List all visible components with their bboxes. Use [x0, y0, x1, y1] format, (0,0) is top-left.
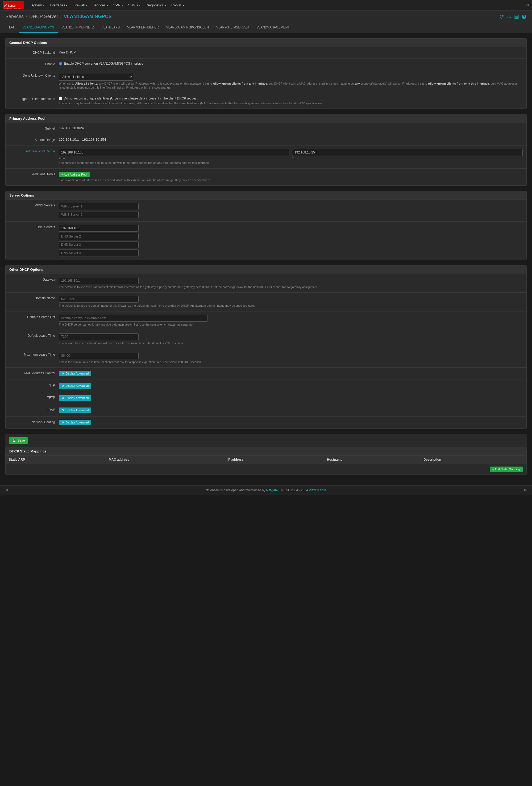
tab-vlan40fernseher[interactable]: VLAN40FERNSEHER: [123, 23, 163, 33]
domain-search-input[interactable]: [59, 315, 208, 322]
footer-left-icon: ⊡: [5, 488, 8, 492]
label-wins: WINS Servers: [6, 202, 59, 209]
content-network-boot: ⚙ Display Advanced: [59, 419, 526, 426]
col-hostname: Hostname: [324, 456, 420, 464]
nav-menu: System ▾ Interfaces ▾ Firewall ▾ Service…: [28, 0, 526, 10]
chart-icon[interactable]: [506, 14, 512, 19]
static-mappings-table-container: Static ARP MAC address IP address Hostna…: [6, 456, 526, 464]
tab-vlan30aps[interactable]: VLAN30APS: [98, 23, 123, 33]
footer-text: pfSense® is developed and maintained by …: [205, 488, 326, 492]
label-dns: DNS Servers: [6, 224, 59, 231]
pool-range-to[interactable]: [292, 149, 523, 156]
help-icon[interactable]: [522, 14, 527, 19]
content-gateway: The default is to use the IP address of …: [59, 276, 526, 290]
tab-vlan50gamingkonsolen[interactable]: VLAN50GAMINGKONSOLEN: [163, 23, 212, 33]
tftp-advanced-button[interactable]: ⚙ Display Advanced: [59, 395, 91, 401]
row-additional-pools: Additional Pools + Add Address Pool If a…: [6, 169, 526, 185]
save-button[interactable]: 💾 Save: [9, 437, 28, 444]
pool-to-item: To: [292, 149, 523, 160]
enable-checkbox[interactable]: [59, 62, 62, 65]
default-lease-input[interactable]: [59, 333, 139, 340]
additional-help: If additional pools of addresses are nee…: [59, 178, 523, 182]
wins2-input[interactable]: [59, 211, 139, 218]
tab-lan[interactable]: LAN: [5, 23, 19, 33]
content-ignore-client: Do not record a unique identifier (UID) …: [59, 95, 526, 107]
nav-services[interactable]: Services ▾: [90, 0, 111, 10]
tab-vlan2management[interactable]: VLAN2MANAGEMENT: [253, 23, 294, 33]
mac-control-button-label: Display Advanced: [65, 372, 89, 375]
enable-checkbox-label[interactable]: Enable DHCP server on VLAN10GAMINGPCS in…: [59, 62, 523, 65]
ntp-button-label: Display Advanced: [65, 384, 89, 387]
ignore-checkbox[interactable]: [59, 96, 62, 100]
dns1-input[interactable]: [59, 225, 139, 232]
refresh-icon[interactable]: [499, 14, 504, 19]
label-enable: Enable: [6, 61, 59, 68]
breadcrumb-sep2: /: [61, 14, 62, 19]
pool-from-label: From: [59, 157, 290, 160]
save-label: Save: [18, 439, 25, 442]
max-lease-input[interactable]: [59, 352, 139, 359]
svg-text:Sense: Sense: [8, 4, 16, 7]
label-default-lease: Default Lease Time: [6, 332, 59, 339]
section-static-mappings-header: DHCP Static Mappings: [6, 447, 526, 456]
ignore-checkbox-text: Do not record a unique identifier (UID) …: [64, 96, 198, 100]
row-domain-search: Domain Search List The DHCP server can o…: [6, 311, 526, 330]
pool-range-from[interactable]: [59, 149, 290, 156]
ignore-help: This option may be useful when a client …: [59, 101, 523, 105]
mac-control-advanced-button[interactable]: ⚙ Display Advanced: [59, 371, 91, 376]
nav-interfaces[interactable]: Interfaces ▾: [47, 0, 70, 10]
tab-vlan20firmennetz[interactable]: VLAN20FIRMENNETZ: [58, 23, 98, 33]
ntp-advanced-button[interactable]: ⚙ Display Advanced: [59, 383, 91, 389]
nav-right-icon[interactable]: ⟳: [526, 3, 529, 7]
max-lease-help: This is the maximum lease time for clien…: [59, 360, 523, 364]
footer-license-link[interactable]: View license: [309, 488, 326, 492]
nav-firewall[interactable]: Firewall ▾: [70, 0, 90, 10]
row-wins: WINS Servers: [6, 200, 526, 222]
breadcrumb-dhcp[interactable]: DHCP Server: [29, 14, 58, 19]
nav-diagnostics[interactable]: Diagnostics ▾: [143, 0, 169, 10]
ldap-advanced-button[interactable]: ⚙ Display Advanced: [59, 408, 91, 413]
wins1-input[interactable]: [59, 203, 139, 210]
services-caret: ▾: [107, 4, 108, 7]
save-row: 💾 Save: [5, 434, 527, 447]
network-boot-advanced-button[interactable]: ⚙ Display Advanced: [59, 420, 91, 425]
footer: ⊡ pfSense® is developed and maintained b…: [0, 485, 532, 495]
content-dns: [59, 224, 526, 257]
deny-unknown-help: When set to Allow all clients, any DHCP …: [59, 82, 523, 90]
row-subnet-range: Subnet Range 192.168.10.1 - 192.168.10.2…: [6, 134, 526, 146]
section-general: General DHCP Options DHCP Backend Kea DH…: [5, 38, 527, 109]
add-static-mapping-button[interactable]: + Add Static Mapping: [490, 466, 523, 472]
label-gateway: Gateway: [6, 276, 59, 283]
pool-range-link[interactable]: Address Pool Range: [26, 149, 55, 153]
svg-text:pf: pf: [4, 4, 7, 7]
nav-fw01[interactable]: FW-01 ▾: [169, 0, 187, 10]
label-tftp: TFTP: [6, 394, 59, 401]
content-additional-pools: + Add Address Pool If additional pools o…: [59, 171, 526, 183]
dns3-input[interactable]: [59, 241, 139, 248]
nav-vpn[interactable]: VPN ▾: [111, 0, 125, 10]
nav-system[interactable]: System ▾: [28, 0, 47, 10]
label-domain-name: Domain Name: [6, 295, 59, 302]
domain-name-input[interactable]: [59, 296, 139, 303]
add-pool-button[interactable]: + Add Address Pool: [59, 172, 90, 177]
gateway-help: The default is to use the IP address of …: [59, 285, 523, 289]
section-primary-pool: Primary Address Pool Subnet 192.168.10.0…: [5, 114, 527, 186]
tab-vlan70heimserver[interactable]: VLAN70HEIMSERVER: [212, 23, 253, 33]
tab-vlan10gamingpcs[interactable]: VLAN10GAMINGPCS: [19, 23, 58, 33]
nav-status[interactable]: Status ▾: [125, 0, 143, 10]
label-network-boot: Network Booting: [6, 419, 59, 425]
footer-right-icon: ⊡: [524, 488, 527, 492]
ignore-checkbox-label[interactable]: Do not record a unique identifier (UID) …: [59, 96, 523, 100]
dhcp-backend-value: Kea DHCP: [59, 50, 76, 54]
breadcrumb-services[interactable]: Services: [5, 14, 24, 19]
table-icon[interactable]: [514, 14, 519, 19]
dns2-input[interactable]: [59, 233, 139, 240]
footer-netgate-link[interactable]: Netgate: [266, 488, 278, 492]
gateway-input[interactable]: [59, 277, 139, 284]
dns4-input[interactable]: [59, 250, 139, 256]
table-head: Static ARP MAC address IP address Hostna…: [6, 456, 526, 464]
gear-icon-ldap: ⚙: [62, 409, 64, 412]
gear-icon-mac: ⚙: [62, 372, 64, 375]
content-wins: [59, 202, 526, 219]
deny-unknown-select[interactable]: Allow all clients: [59, 73, 133, 80]
